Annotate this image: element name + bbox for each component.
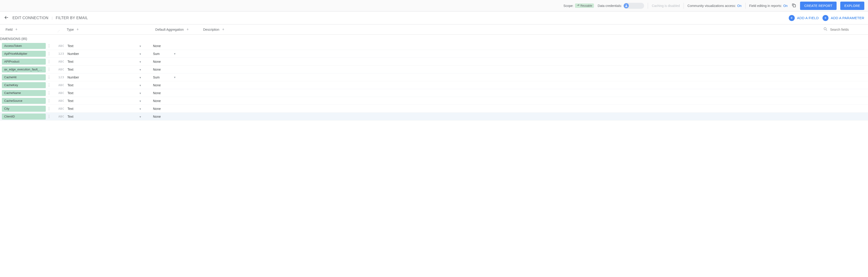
create-report-button[interactable]: CREATE REPORT bbox=[800, 2, 837, 10]
table-row[interactable]: CacheKey⋮ABCText▼None bbox=[0, 81, 868, 89]
data-credentials-segment: Data credentials: bbox=[598, 3, 644, 9]
aggregation-cell: None bbox=[153, 91, 199, 95]
scope-reusable-chip[interactable]: Reusable bbox=[575, 3, 594, 8]
field-name-pill[interactable]: CacheKey bbox=[2, 82, 46, 88]
sort-arrow-down-icon bbox=[222, 28, 225, 31]
field-name-pill[interactable]: ax_edge_execution_fault_… bbox=[2, 67, 46, 72]
back-arrow-icon[interactable] bbox=[4, 15, 9, 21]
type-label: Text bbox=[67, 91, 73, 95]
type-cell[interactable]: ABCText bbox=[58, 99, 137, 103]
type-label: Text bbox=[67, 44, 73, 48]
chevron-down-icon[interactable]: ▼ bbox=[139, 115, 142, 118]
col-agg-label: Default Aggregation bbox=[155, 28, 184, 31]
field-name-pill[interactable]: APIProduct bbox=[2, 59, 46, 65]
sort-arrow-down-icon bbox=[76, 28, 79, 31]
kebab-menu-icon[interactable]: ⋮ bbox=[46, 91, 51, 95]
text-type-icon: ABC bbox=[58, 99, 64, 103]
community-viz-value[interactable]: On bbox=[737, 4, 742, 8]
nav-bar: EDIT CONNECTION | FILTER BY EMAIL + ADD … bbox=[0, 11, 868, 25]
table-row[interactable]: ClientID⋮ABCText▼None bbox=[0, 113, 868, 120]
col-header-type[interactable]: Type bbox=[67, 28, 145, 31]
field-editing-label: Field editing in reports: bbox=[749, 4, 782, 8]
table-row[interactable]: CacheName⋮ABCText▼None bbox=[0, 89, 868, 97]
data-credentials-label: Data credentials: bbox=[598, 4, 622, 8]
aggregation-cell[interactable]: Sum▼ bbox=[153, 75, 199, 79]
type-cell[interactable]: ABCText bbox=[58, 60, 137, 64]
resize-handle-icon[interactable]: ⋰ bbox=[58, 30, 60, 32]
table-row[interactable]: APIProduct⋮ABCText▼None bbox=[0, 58, 868, 66]
chevron-down-icon[interactable]: ▼ bbox=[139, 53, 142, 56]
text-type-icon: ABC bbox=[58, 115, 64, 118]
chevron-down-icon[interactable]: ▼ bbox=[139, 61, 142, 63]
add-field-button[interactable]: + ADD A FIELD bbox=[789, 15, 819, 21]
table-row[interactable]: City⋮ABCText▼None bbox=[0, 105, 868, 113]
number-type-icon: 123 bbox=[58, 75, 64, 79]
chevron-down-icon[interactable]: ▼ bbox=[139, 100, 142, 103]
field-name-pill[interactable]: City bbox=[2, 106, 46, 112]
type-cell[interactable]: ABCText bbox=[58, 91, 137, 95]
type-cell[interactable]: ABCText bbox=[58, 68, 137, 71]
field-name-pill[interactable]: CacheSource bbox=[2, 98, 46, 104]
aggregation-label: Sum bbox=[153, 75, 160, 79]
chevron-down-icon[interactable]: ▼ bbox=[174, 53, 176, 55]
col-header-description[interactable]: Description bbox=[203, 28, 268, 31]
kebab-menu-icon[interactable]: ⋮ bbox=[46, 59, 51, 64]
type-cell[interactable]: ABCText bbox=[58, 115, 137, 118]
search-fields-input[interactable] bbox=[830, 28, 863, 31]
add-parameter-button[interactable]: + ADD A PARAMETER bbox=[823, 15, 864, 21]
type-cell[interactable]: ABCText bbox=[58, 44, 137, 48]
chevron-down-icon[interactable]: ▼ bbox=[139, 76, 142, 79]
divider bbox=[648, 3, 648, 9]
type-label: Text bbox=[67, 60, 73, 64]
chevron-down-icon[interactable]: ▼ bbox=[174, 76, 176, 79]
kebab-menu-icon[interactable]: ⋮ bbox=[46, 99, 51, 103]
filter-by-email-link[interactable]: FILTER BY EMAIL bbox=[56, 16, 88, 20]
type-cell[interactable]: 123Number bbox=[58, 52, 137, 56]
share-icon bbox=[577, 4, 580, 7]
field-name-pill[interactable]: ClientID bbox=[2, 113, 46, 119]
type-cell[interactable]: ABCText bbox=[58, 107, 137, 111]
kebab-menu-icon[interactable]: ⋮ bbox=[46, 114, 51, 119]
kebab-menu-icon[interactable]: ⋮ bbox=[46, 67, 51, 72]
edit-connection-link[interactable]: EDIT CONNECTION bbox=[12, 16, 49, 20]
aggregation-cell[interactable]: Sum▼ bbox=[153, 52, 199, 56]
type-cell[interactable]: 123Number bbox=[58, 75, 137, 79]
aggregation-cell: None bbox=[153, 99, 199, 103]
table-row[interactable]: ax_edge_execution_fault_…⋮ABCText▼None bbox=[0, 66, 868, 73]
chevron-down-icon[interactable]: ▼ bbox=[139, 84, 142, 87]
col-header-aggregation[interactable]: Default Aggregation bbox=[145, 28, 192, 31]
col-header-field[interactable]: Field ⋰ bbox=[5, 28, 60, 31]
table-row[interactable]: AccessToken⋮ABCText▼None bbox=[0, 42, 868, 50]
kebab-menu-icon[interactable]: ⋮ bbox=[46, 51, 51, 56]
aggregation-cell: None bbox=[153, 68, 199, 71]
col-field-label: Field bbox=[5, 28, 12, 31]
kebab-menu-icon[interactable]: ⋮ bbox=[46, 44, 51, 48]
kebab-menu-icon[interactable]: ⋮ bbox=[46, 106, 51, 111]
aggregation-label: None bbox=[153, 91, 161, 95]
aggregation-label: None bbox=[153, 68, 161, 71]
explore-button[interactable]: EXPLORE bbox=[840, 2, 864, 10]
type-cell[interactable]: ABCText bbox=[58, 83, 137, 87]
chevron-down-icon[interactable]: ▼ bbox=[139, 68, 142, 71]
type-label: Text bbox=[67, 115, 73, 118]
type-label: Text bbox=[67, 107, 73, 111]
aggregation-cell: None bbox=[153, 107, 199, 111]
field-name-pill[interactable]: CacheHit bbox=[2, 74, 46, 80]
table-row[interactable]: CacheSource⋮ABCText▼None bbox=[0, 97, 868, 105]
copy-icon[interactable] bbox=[791, 3, 796, 8]
chevron-down-icon[interactable]: ▼ bbox=[139, 108, 142, 110]
col-type-label: Type bbox=[67, 28, 74, 31]
field-name-pill[interactable]: AccessToken bbox=[2, 43, 46, 49]
field-name-pill[interactable]: CacheName bbox=[2, 90, 46, 96]
credentials-owner-chip[interactable] bbox=[623, 3, 644, 9]
field-editing-value[interactable]: On bbox=[783, 4, 787, 8]
kebab-menu-icon[interactable]: ⋮ bbox=[46, 75, 51, 79]
table-row[interactable]: CacheHit⋮123Number▼Sum▼ bbox=[0, 73, 868, 81]
table-row[interactable]: ApiPriceMultiplier⋮123Number▼Sum▼ bbox=[0, 50, 868, 58]
plus-icon: + bbox=[823, 15, 829, 21]
chevron-down-icon[interactable]: ▼ bbox=[139, 45, 142, 47]
plus-icon: + bbox=[789, 15, 795, 21]
kebab-menu-icon[interactable]: ⋮ bbox=[46, 83, 51, 87]
chevron-down-icon[interactable]: ▼ bbox=[139, 92, 142, 95]
field-name-pill[interactable]: ApiPriceMultiplier bbox=[2, 51, 46, 57]
